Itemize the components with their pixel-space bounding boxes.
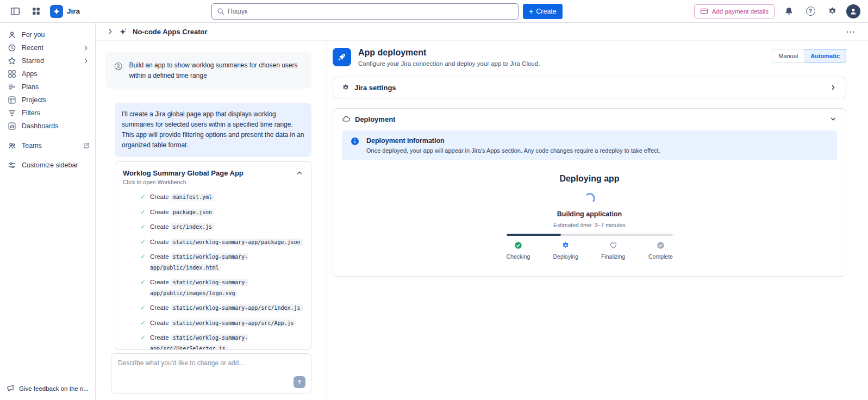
heart-icon bbox=[609, 241, 617, 249]
topbar-right: Add payment details ? bbox=[694, 4, 860, 19]
assistant-response-text: I'll create a Jira global page app that … bbox=[122, 110, 304, 149]
notifications-bell-icon[interactable] bbox=[781, 4, 796, 19]
check-circle-pending-icon bbox=[657, 241, 665, 249]
check-icon: ✓ bbox=[140, 192, 146, 202]
workbench-subtitle: Click to open Workbench bbox=[123, 179, 243, 185]
estimated-time: Estimated time: 3–7 minutes bbox=[342, 222, 837, 228]
task-row: ✓ Create static/worklog-summary-app/pack… bbox=[140, 237, 303, 248]
search-icon bbox=[217, 8, 224, 15]
sidebar-label: Plans bbox=[22, 83, 39, 91]
workbench-header[interactable]: Worklog Summary Global Page App Click to… bbox=[115, 162, 311, 189]
check-icon: ✓ bbox=[140, 237, 146, 247]
task-row: ✓ Create static/worklog-summary-app/src/… bbox=[140, 333, 303, 350]
chevron-right-icon bbox=[829, 84, 837, 91]
credit-card-icon bbox=[700, 7, 708, 15]
deployment-section-label: Deployment bbox=[355, 115, 395, 123]
chat-input[interactable] bbox=[118, 359, 304, 379]
task-row: ✓ Create manifest.yml bbox=[140, 192, 303, 203]
arrow-up-icon bbox=[296, 379, 303, 385]
step-checking: Checking bbox=[499, 241, 538, 260]
collapse-chevron-icon[interactable] bbox=[107, 28, 114, 35]
chat-panel: Build an app to show worklog summaries f… bbox=[96, 41, 327, 400]
help-icon[interactable]: ? bbox=[803, 4, 818, 19]
progress-fill bbox=[507, 234, 561, 236]
sidebar-item-plans[interactable]: Plans bbox=[0, 80, 95, 93]
gear-icon bbox=[342, 84, 349, 91]
jira-logo[interactable]: Jira bbox=[50, 5, 80, 18]
teams-icon bbox=[8, 141, 16, 150]
sidebar-item-for-you[interactable]: For you bbox=[0, 28, 95, 41]
task-file-chip: static/worklog-summary-app/src/index.js bbox=[171, 304, 303, 311]
step-label: Finalizing bbox=[601, 253, 625, 260]
feedback-label: Give feedback on the n... bbox=[19, 385, 89, 392]
manual-mode-button[interactable]: Manual bbox=[772, 49, 804, 62]
search-box bbox=[211, 3, 519, 20]
task-row: ✓ Create static/worklog-summary-app/src/… bbox=[140, 303, 303, 314]
sidebar-item-dashboards[interactable]: Dashboards bbox=[0, 120, 95, 133]
check-icon: ✓ bbox=[140, 333, 146, 342]
app-root: Jira + Create Add payment details ? bbox=[0, 0, 868, 400]
content: No-code Apps Creator ⋯ Build an app to s… bbox=[96, 23, 868, 400]
status-title: Deploying app bbox=[342, 174, 837, 184]
step-label: Checking bbox=[507, 253, 530, 260]
task-text: Create manifest.yml bbox=[150, 192, 214, 203]
sliders-icon bbox=[8, 161, 16, 170]
deployment-panel: App deployment Configure your Jira conne… bbox=[327, 41, 868, 400]
deployment-section: Deployment Deployment information Once d… bbox=[333, 108, 846, 277]
more-menu-icon[interactable]: ⋯ bbox=[846, 27, 855, 36]
task-row: ✓ Create static/worklog-summary-app/publ… bbox=[140, 252, 303, 273]
sidebar-item-teams[interactable]: Teams bbox=[0, 139, 95, 152]
clock-icon bbox=[8, 43, 16, 52]
sidebar-label: Recent bbox=[22, 44, 43, 52]
deployment-steps: Checking Deploying Finalizing bbox=[499, 241, 680, 260]
deployment-title: App deployment bbox=[358, 48, 540, 58]
apps-grid-icon bbox=[8, 70, 16, 78]
status-step-label: Building application bbox=[342, 210, 837, 218]
loading-spinner bbox=[584, 193, 595, 204]
sidebar-toggle-icon[interactable] bbox=[8, 4, 23, 19]
automatic-mode-button[interactable]: Automatic bbox=[804, 49, 846, 62]
task-row: ✓ Create static/worklog-summary-app/src/… bbox=[140, 318, 303, 329]
add-payment-details-button[interactable]: Add payment details bbox=[694, 4, 775, 18]
user-prompt-card: Build an app to show worklog summaries f… bbox=[105, 52, 311, 89]
search-input[interactable] bbox=[228, 8, 513, 15]
deploy-mode-toggle: Manual Automatic bbox=[772, 49, 846, 62]
sidebar-label: For you bbox=[22, 31, 45, 39]
step-complete: Complete bbox=[641, 241, 680, 260]
dashboard-icon bbox=[8, 122, 16, 130]
feedback-link[interactable]: Give feedback on the n... bbox=[0, 378, 95, 400]
check-icon: ✓ bbox=[140, 252, 146, 261]
create-button[interactable]: + Create bbox=[523, 4, 563, 19]
sidebar-item-recent[interactable]: Recent bbox=[0, 41, 95, 54]
assistant-response: I'll create a Jira global page app that … bbox=[115, 103, 311, 157]
step-deploying: Deploying bbox=[546, 241, 585, 260]
settings-gear-icon[interactable] bbox=[825, 4, 840, 19]
check-circle-done-icon bbox=[514, 241, 522, 249]
user-avatar[interactable] bbox=[846, 4, 860, 18]
sidebar-item-projects[interactable]: Projects bbox=[0, 93, 95, 107]
sidebar-label: Dashboards bbox=[22, 122, 58, 130]
cloud-icon bbox=[342, 115, 350, 123]
check-icon: ✓ bbox=[140, 318, 146, 328]
check-icon: ✓ bbox=[140, 222, 146, 232]
sidebar-item-apps[interactable]: Apps bbox=[0, 67, 95, 80]
info-body: Once deployed, your app will appear in J… bbox=[366, 147, 660, 154]
jira-settings-header[interactable]: Jira settings bbox=[333, 77, 846, 98]
add-payment-label: Add payment details bbox=[712, 8, 769, 15]
deployment-section-header[interactable]: Deployment bbox=[333, 109, 846, 129]
chat-input-card bbox=[111, 353, 311, 393]
send-button[interactable] bbox=[294, 376, 305, 388]
app-switcher-icon[interactable] bbox=[28, 4, 43, 19]
person-icon bbox=[8, 30, 16, 39]
task-file-chip: package.json bbox=[171, 209, 214, 216]
sidebar: For you Recent Starred Apps Plans bbox=[0, 23, 96, 400]
sidebar-item-customize[interactable]: Customize sidebar bbox=[0, 159, 95, 172]
task-text: Create static/worklog-summary-app/public… bbox=[150, 252, 303, 273]
create-label: Create bbox=[536, 8, 557, 15]
deployment-body: Deployment information Once deployed, yo… bbox=[333, 129, 846, 276]
gear-active-icon bbox=[561, 241, 570, 249]
sidebar-item-starred[interactable]: Starred bbox=[0, 54, 95, 67]
task-text: Create package.json bbox=[150, 207, 214, 218]
sidebar-item-filters[interactable]: Filters bbox=[0, 107, 95, 120]
chevron-up-icon[interactable] bbox=[296, 169, 303, 177]
